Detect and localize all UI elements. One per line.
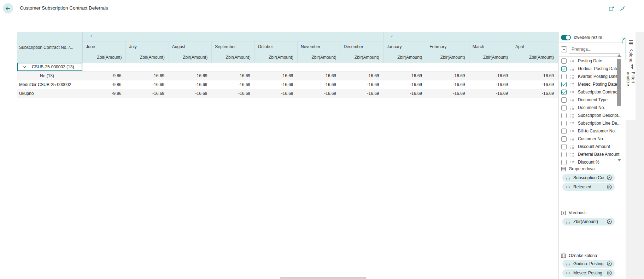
drag-handle-icon[interactable] [566, 176, 570, 180]
value-cell[interactable]: -9.86 [82, 72, 125, 80]
field-checkbox[interactable] [561, 113, 567, 118]
drag-handle-icon[interactable] [566, 185, 570, 189]
drag-handle-icon[interactable] [570, 129, 574, 133]
field-checkbox[interactable] [561, 144, 567, 149]
month-header[interactable]: July [125, 41, 168, 52]
drag-handle-icon[interactable] [570, 59, 574, 63]
field-row[interactable]: Posting Date [559, 57, 622, 65]
value-cell[interactable] [469, 63, 512, 71]
field-checkbox[interactable] [561, 66, 567, 72]
value-cell[interactable]: -16.69 [168, 72, 211, 80]
value-cell[interactable] [383, 63, 426, 71]
month-header[interactable]: February [426, 41, 469, 52]
value-cell[interactable]: -16.69 [469, 89, 512, 98]
value-cell[interactable]: -16.69 [211, 89, 254, 98]
field-search-input[interactable] [569, 45, 620, 53]
field-row[interactable]: Mesec: Posting Date [559, 80, 622, 88]
drag-handle-icon[interactable] [570, 121, 574, 125]
value-cell[interactable] [211, 63, 254, 71]
field-chip[interactable]: Mesec: Posting Date [562, 269, 615, 277]
value-cell[interactable]: -16.69 [340, 80, 383, 89]
remove-chip-icon[interactable] [607, 271, 612, 275]
value-header[interactable]: Zbir(Amount) [426, 52, 469, 63]
field-row[interactable]: Discount Amount [559, 143, 622, 150]
value-cell[interactable]: -16.69 [426, 89, 469, 98]
drag-handle-icon[interactable] [566, 220, 570, 224]
value-cell[interactable]: -16.69 [383, 89, 426, 98]
value-cell[interactable]: -16.69 [125, 80, 169, 89]
field-checkbox[interactable] [561, 82, 567, 87]
value-cell[interactable]: -16.69 [168, 89, 211, 98]
value-cell[interactable]: -16.69 [469, 80, 512, 89]
drag-handle-icon[interactable] [570, 114, 574, 118]
field-row[interactable]: Document No. [559, 104, 622, 112]
month-header[interactable]: December [340, 41, 383, 52]
value-cell[interactable]: -16.69 [297, 72, 340, 80]
field-checkbox[interactable] [561, 90, 567, 95]
value-cell[interactable]: -16.69 [426, 80, 469, 89]
value-cell[interactable] [254, 63, 297, 71]
field-row[interactable]: Document Type [559, 96, 622, 104]
derived-mode-toggle[interactable] [561, 35, 571, 40]
value-cell[interactable]: -9.86 [82, 80, 125, 89]
month-header[interactable]: August [169, 41, 211, 52]
value-cell[interactable]: -16.69 [254, 80, 297, 89]
value-header[interactable]: Zbir(Amount) [125, 52, 168, 63]
month-header[interactable]: April [512, 41, 558, 52]
value-header[interactable]: Zbir(Amount) [383, 52, 426, 63]
field-row[interactable]: Kvartal: Posting Date [559, 73, 622, 80]
value-cell[interactable]: -16.69 [383, 80, 426, 89]
expand-chevron-down-icon[interactable] [23, 66, 26, 68]
row-header-cell[interactable]: Subscription Contract No. /... [17, 32, 82, 63]
field-chip[interactable]: Zbir(Amount) [562, 218, 615, 226]
remove-chip-icon[interactable] [607, 175, 612, 180]
field-row[interactable]: Bill-to Customer No. [559, 127, 622, 135]
field-checkbox[interactable] [561, 136, 567, 142]
value-cell[interactable]: -16.69 [297, 89, 340, 98]
value-cell[interactable] [512, 63, 558, 71]
value-cell[interactable]: -9.86 [82, 89, 125, 98]
field-chip[interactable]: Subscription Contr... [562, 174, 615, 182]
month-header[interactable]: October [254, 41, 297, 52]
value-header[interactable]: Zbir(Amount) [169, 52, 211, 63]
field-checkbox[interactable] [561, 121, 567, 126]
value-header[interactable]: Zbir(Amount) [340, 52, 383, 63]
value-cell[interactable]: -16.69 [254, 89, 297, 98]
collapse-year-chevron-icon[interactable]: ‹ [391, 34, 393, 39]
open-in-new-window-icon[interactable] [608, 6, 614, 12]
value-cell[interactable]: -16.69 [340, 89, 383, 98]
drag-handle-icon[interactable] [570, 67, 574, 71]
value-cell[interactable] [82, 63, 125, 71]
value-header[interactable]: Zbir(Amount) [211, 52, 254, 63]
value-cell[interactable] [297, 63, 340, 71]
value-header[interactable]: Zbir(Amount) [254, 52, 297, 63]
year-group-header[interactable]: ‹ [383, 32, 558, 41]
field-row[interactable]: Subscription Descript... [559, 112, 622, 119]
month-header[interactable]: September [211, 41, 254, 52]
value-cell[interactable]: -16.69 [211, 72, 254, 80]
field-checkbox[interactable] [561, 152, 567, 157]
value-cell[interactable]: -16.69 [125, 72, 169, 80]
exit-fullscreen-icon[interactable] [619, 6, 626, 12]
field-list-scrollbar-thumb[interactable] [617, 59, 621, 106]
field-checkbox[interactable] [561, 105, 567, 110]
drag-handle-icon[interactable] [570, 98, 574, 102]
drag-handle-icon[interactable] [570, 145, 574, 149]
value-cell[interactable]: -16.69 [340, 72, 383, 80]
value-cell[interactable] [168, 63, 211, 71]
selected-group-cell[interactable]: CSUB-25-000002 (13) [17, 63, 82, 71]
field-row[interactable]: Customer No. [559, 135, 622, 143]
field-checkbox[interactable] [561, 74, 567, 79]
drag-handle-icon[interactable] [566, 271, 570, 275]
value-cell[interactable]: -16.69 [254, 72, 297, 80]
field-chip[interactable]: Godina: Posting Date [562, 260, 615, 268]
month-header[interactable]: January [383, 41, 426, 52]
field-row[interactable]: Subscription Line De... [559, 119, 622, 127]
value-cell[interactable]: -16.69 [512, 80, 558, 89]
value-cell[interactable] [426, 63, 469, 71]
value-cell[interactable]: -16.69 [297, 80, 340, 89]
value-cell[interactable]: -16.69 [168, 80, 211, 89]
value-header[interactable]: Zbir(Amount) [469, 52, 512, 63]
value-cell[interactable] [125, 63, 169, 71]
scroll-up-arrow[interactable] [617, 54, 621, 57]
